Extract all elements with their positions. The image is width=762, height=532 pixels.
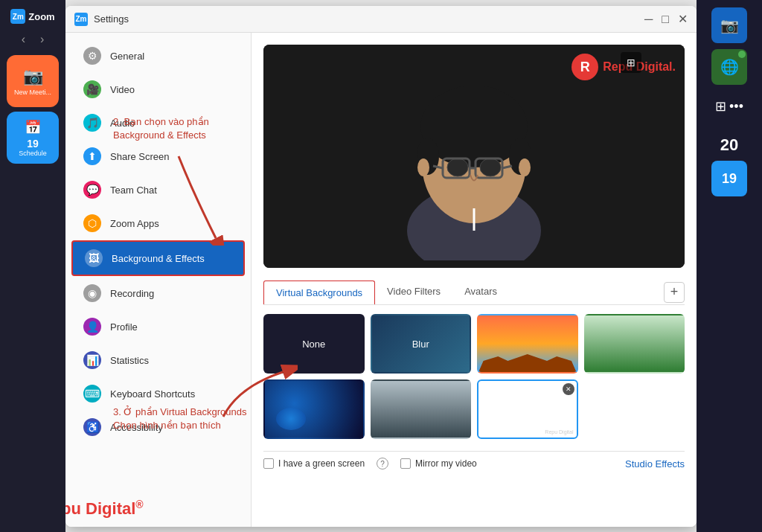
sidebar-label-team-chat: Team Chat xyxy=(110,185,157,196)
mirror-checkbox[interactable] xyxy=(400,458,411,469)
tab-video-filters-label: Video Filters xyxy=(387,286,441,297)
taskbar-calendar[interactable]: 19 xyxy=(711,161,747,196)
new-meeting-label: New Meeti... xyxy=(14,89,51,96)
sidebar-label-profile: Profile xyxy=(110,321,138,333)
taskbar-nav: ⊞ ••• xyxy=(715,98,743,115)
tabs-row: Virtual Backgrounds Video Filters Avatar… xyxy=(263,280,685,305)
sidebar-label-audio: Audio xyxy=(110,118,135,129)
sidebar-item-recording[interactable]: ◉ Recording xyxy=(71,277,245,310)
sidebar-item-profile[interactable]: 👤 Profile xyxy=(71,310,245,343)
close-button[interactable]: ✕ xyxy=(678,12,688,26)
bg-none-label: None xyxy=(302,339,325,350)
zoom-logo-icon: Zm xyxy=(10,9,25,24)
tab-video-filters[interactable]: Video Filters xyxy=(375,280,452,304)
content-area: ⚙ General 🎥 Video 🎵 Audio ⬆ Share Screen… xyxy=(65,33,697,527)
selected-controls: ✕ xyxy=(563,383,574,395)
mirror-text: Mirror my video xyxy=(415,458,477,469)
right-taskbar: 📷 🌐 ⊞ ••• 20 19 xyxy=(697,0,762,532)
sidebar-label-general: General xyxy=(110,51,144,62)
repu-logo-r: R xyxy=(572,54,598,80)
sidebar-label-share-screen: Share Screen xyxy=(110,151,170,162)
sidebar-label-video: Video xyxy=(110,84,135,95)
sidebar-label-statistics: Statistics xyxy=(110,355,149,366)
back-arrow[interactable]: ‹ xyxy=(22,33,25,46)
mirror-label[interactable]: Mirror my video xyxy=(400,458,477,469)
calendar-number: 19 xyxy=(27,138,39,150)
main-panel: R Repu Digital. ⊞ Virtual Backgrounds Vi… xyxy=(252,33,697,527)
minimize-button[interactable]: ─ xyxy=(644,13,653,26)
green-screen-label[interactable]: I have a green screen xyxy=(263,458,365,469)
profile-icon: 👤 xyxy=(83,318,101,336)
background-grass[interactable] xyxy=(584,314,685,374)
footer-row: I have a green screen ? Mirror my video … xyxy=(263,451,685,469)
earth-glow xyxy=(276,408,306,430)
schedule-button[interactable]: 📅 19 Schedule xyxy=(7,112,59,164)
settings-sidebar: ⚙ General 🎥 Video 🎵 Audio ⬆ Share Screen… xyxy=(65,33,252,527)
keyboard-icon: ⌨ xyxy=(83,385,101,403)
zoom-logo-bar: Zm Zoom xyxy=(4,6,60,27)
tab-virtual-backgrounds[interactable]: Virtual Backgrounds xyxy=(263,281,375,304)
sidebar-item-audio[interactable]: 🎵 Audio xyxy=(71,106,245,139)
sidebar-item-accessibility[interactable]: ♿ Accessibility xyxy=(71,411,245,443)
background-space[interactable] xyxy=(263,379,365,439)
add-icon: + xyxy=(670,284,679,300)
sidebar-item-statistics[interactable]: 📊 Statistics xyxy=(71,344,245,376)
statistics-icon: 📊 xyxy=(83,351,101,369)
sidebar-label-zoom-apps: Zoom Apps xyxy=(110,218,159,229)
zoom-logo-text: Zoom xyxy=(28,11,54,22)
forward-arrow[interactable]: › xyxy=(40,33,44,46)
taskbar-number: 20 xyxy=(720,135,738,155)
background-blur[interactable]: Blur xyxy=(371,314,472,374)
camera-icon: 📷 xyxy=(23,67,43,86)
sidebar-item-background-effects[interactable]: 🖼 Background & Effects xyxy=(71,240,245,276)
repu-trademark: ® xyxy=(135,499,143,510)
backgrounds-grid: None Blur xyxy=(263,314,685,439)
maximize-button[interactable]: □ xyxy=(662,13,669,26)
tab-avatars[interactable]: Avatars xyxy=(452,280,509,304)
sidebar-label-accessibility: Accessibility xyxy=(110,422,163,433)
accessibility-icon: ♿ xyxy=(83,418,101,436)
screen-capture-icon[interactable]: ⊞ xyxy=(621,52,641,73)
new-meeting-button[interactable]: 📷 New Meeti... xyxy=(7,55,59,107)
camera-preview: R Repu Digital. ⊞ xyxy=(263,45,685,268)
schedule-label: Schedule xyxy=(19,150,47,157)
general-icon: ⚙ xyxy=(83,47,101,65)
window-title: Settings xyxy=(94,13,638,25)
window-icon: Zm xyxy=(74,13,88,26)
remove-background-icon[interactable]: ✕ xyxy=(563,383,574,395)
help-icon[interactable]: ? xyxy=(377,458,388,469)
repu-small-watermark: Repu Digital xyxy=(545,429,573,435)
bridge-silhouette xyxy=(478,350,577,372)
sidebar-item-zoom-apps[interactable]: ⬡ Zoom Apps xyxy=(71,207,245,240)
sidebar-item-keyboard-shortcuts[interactable]: ⌨ Keyboard Shortcuts xyxy=(71,377,245,410)
green-dot-indicator xyxy=(738,51,746,58)
background-bridge[interactable] xyxy=(477,314,578,374)
sidebar-item-general[interactable]: ⚙ General xyxy=(71,39,245,72)
taskbar-cal-num: 19 xyxy=(722,172,737,185)
sidebar-item-team-chat[interactable]: 💬 Team Chat xyxy=(71,173,245,206)
video-icon: 🎥 xyxy=(83,80,101,98)
bg-blur-label: Blur xyxy=(412,339,429,350)
background-custom-selected[interactable]: ✕ Repu Digital xyxy=(477,379,578,439)
team-chat-icon: 💬 xyxy=(83,181,101,199)
audio-icon: 🎵 xyxy=(83,114,101,132)
taskbar-prev[interactable]: ⊞ xyxy=(715,98,726,115)
green-screen-checkbox[interactable] xyxy=(263,458,274,469)
sidebar-item-share-screen[interactable]: ⬆ Share Screen xyxy=(71,140,245,173)
sidebar-item-video[interactable]: 🎥 Video xyxy=(71,73,245,106)
svg-point-7 xyxy=(480,158,501,176)
background-none[interactable]: None xyxy=(263,314,365,374)
sidebar-label-recording: Recording xyxy=(110,288,154,299)
svg-point-15 xyxy=(519,158,531,176)
studio-effects-button[interactable]: Studio Effects xyxy=(625,458,685,469)
title-bar-controls: ─ □ ✕ xyxy=(644,12,688,26)
person-svg xyxy=(377,52,571,260)
taskbar-zoom-icon[interactable]: 📷 xyxy=(711,7,747,43)
add-background-button[interactable]: + xyxy=(664,282,685,303)
taskbar-more[interactable]: ••• xyxy=(729,99,743,115)
studio-effects-label: Studio Effects xyxy=(625,458,685,469)
taskbar-app-icon[interactable]: 🌐 xyxy=(711,49,747,85)
svg-point-6 xyxy=(447,158,468,176)
background-forest[interactable] xyxy=(371,379,472,439)
tab-avatars-label: Avatars xyxy=(464,286,497,297)
